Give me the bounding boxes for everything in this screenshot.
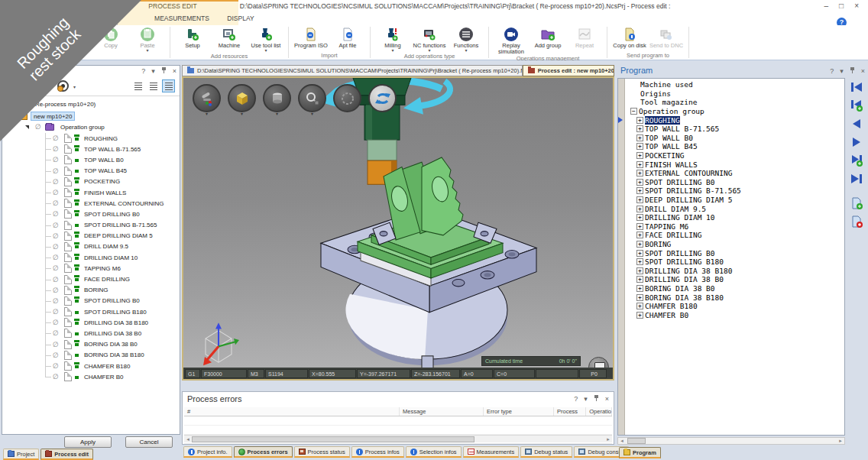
functions-button[interactable]: Functions ▾: [449, 25, 484, 53]
expander-icon[interactable]: [25, 125, 29, 129]
add-group-button[interactable]: Add group: [530, 25, 565, 49]
apt-file-button[interactable]: Apt file: [330, 25, 365, 49]
copy-on-disk-button[interactable]: Copy on disk: [612, 25, 647, 49]
project-path-tab[interactable]: D:\Data\SPRING TECHNOLOGIES\NCSIMUL SOLU…: [182, 65, 523, 76]
visibility-eye-icon[interactable]: ∅: [51, 222, 60, 229]
tree-item[interactable]: ∅ BORING: [44, 285, 178, 296]
target-dropdown-icon[interactable]: ▾: [73, 84, 76, 89]
visibility-eye-icon[interactable]: ∅: [51, 362, 60, 370]
paste-button[interactable]: Paste ▾: [130, 25, 165, 53]
tab-measurements[interactable]: MEASUREMENTS: [147, 13, 217, 25]
list-view-button-2[interactable]: [147, 79, 160, 92]
tree-root-item[interactable]: ( Re-process mp10+20): [5, 99, 178, 110]
part-display-button[interactable]: ▾: [263, 84, 291, 112]
scroll-left-icon[interactable]: ◂: [184, 436, 192, 442]
panel-pin-icon[interactable]: [850, 67, 855, 75]
play-forward-button[interactable]: [849, 134, 864, 150]
expand-box-icon[interactable]: +: [636, 223, 643, 230]
expand-box-icon[interactable]: +: [636, 206, 643, 212]
program-item[interactable]: Origins: [626, 89, 844, 99]
visibility-eye-icon[interactable]: ∅: [34, 121, 43, 133]
tree-item[interactable]: ∅ EXTERNAL CONTOURNING: [44, 198, 178, 209]
process-edit-tab[interactable]: Process edit : new mp10+20: [523, 65, 614, 76]
program-horizontal-scrollbar[interactable]: ◂ ▸: [617, 437, 845, 445]
program-item[interactable]: + SPOT DRILLING B-71.565: [626, 186, 844, 196]
panel-close-icon[interactable]: ×: [861, 67, 865, 75]
cancel-button[interactable]: Cancel: [125, 436, 173, 448]
replay-simulation-button[interactable]: Replay simulation: [494, 25, 529, 55]
bottom-tab[interactable]: Process infos: [351, 446, 404, 458]
program-panel-tab[interactable]: Program: [619, 447, 661, 458]
expand-box-icon[interactable]: +: [636, 179, 643, 186]
copy-button[interactable]: Copy: [93, 25, 128, 49]
tree-item[interactable]: ∅ TAPPING M6: [44, 263, 178, 274]
column-header[interactable]: Operatio: [586, 407, 612, 416]
program-item[interactable]: + BORING DIA 38 B180: [626, 293, 844, 302]
tree-item[interactable]: ∅ SPOT DRILLING B-71.565: [44, 220, 178, 231]
tree-item[interactable]: ∅ DRILLING DIA 38 B180: [44, 317, 178, 328]
expand-box-icon[interactable]: +: [636, 303, 643, 309]
close-button[interactable]: ×: [854, 2, 859, 10]
program-item[interactable]: + TOP WALL B0: [626, 134, 844, 143]
stock-display-button[interactable]: ▾: [228, 84, 256, 112]
record-icon[interactable]: [39, 80, 50, 92]
expand-box-icon[interactable]: +: [636, 267, 643, 274]
scroll-right-icon[interactable]: ▸: [837, 438, 844, 444]
expand-box-icon[interactable]: +: [636, 258, 643, 265]
step-backward-button[interactable]: [849, 116, 864, 131]
expand-box-icon[interactable]: +: [636, 214, 643, 221]
tree-item[interactable]: ∅ FACE DRILLING: [44, 274, 178, 284]
scroll-left-icon[interactable]: ◂: [618, 438, 626, 444]
expand-box-icon[interactable]: +: [636, 125, 643, 132]
panel-pin-icon[interactable]: [594, 395, 599, 403]
visibility-eye-icon[interactable]: ∅: [51, 254, 60, 261]
visibility-eye-icon[interactable]: ∅: [51, 297, 60, 305]
tree-item[interactable]: ∅ DEEP DRILLING DIAM 5: [44, 231, 178, 241]
visibility-eye-icon[interactable]: ∅: [51, 167, 60, 175]
minimize-button[interactable]: –: [824, 2, 829, 10]
program-item[interactable]: + BORING: [626, 240, 844, 249]
visibility-eye-icon[interactable]: ∅: [51, 210, 60, 218]
tree-item[interactable]: ∅ POCKETING: [44, 177, 178, 187]
program-item[interactable]: + SPOT DRILLING B0: [626, 178, 844, 187]
program-item[interactable]: + DEEP DRILLING DIAM 5: [626, 196, 844, 205]
scroll-right-icon[interactable]: ▸: [604, 436, 612, 442]
visibility-eye-icon[interactable]: ∅: [51, 156, 60, 164]
column-header[interactable]: Error type: [484, 407, 554, 416]
program-item[interactable]: + SPOT DRILLING B0: [626, 248, 844, 258]
panel-pin-icon[interactable]: [161, 67, 167, 75]
expand-box-icon[interactable]: +: [636, 143, 643, 150]
panel-menu-icon[interactable]: ▾: [151, 67, 155, 75]
tree-item[interactable]: ∅ FINISH WALLS: [44, 187, 178, 198]
program-item[interactable]: + DRILLING DIA 38 B180: [626, 266, 844, 275]
program-iso-button[interactable]: Program ISO: [293, 25, 329, 49]
rewind-to-marker-button[interactable]: [849, 98, 864, 113]
machine-button[interactable]: Machine: [212, 25, 247, 49]
visibility-eye-icon[interactable]: ∅: [51, 287, 60, 294]
nc-functions-button[interactable]: NC functions ▾: [412, 25, 447, 53]
visibility-eye-icon[interactable]: ∅: [51, 134, 60, 142]
column-header[interactable]: Message: [400, 407, 484, 416]
program-item[interactable]: + BORING DIA 38 B0: [626, 284, 844, 293]
program-item[interactable]: + DRILLING DIAM 10: [626, 213, 844, 222]
visibility-eye-icon[interactable]: ∅: [51, 264, 60, 272]
tab-program[interactable]: PROGRAM: [73, 13, 118, 25]
scrollbar-thumb[interactable]: [192, 436, 474, 442]
expand-box-icon[interactable]: +: [636, 294, 643, 301]
expand-box-icon[interactable]: +: [636, 276, 643, 283]
column-header[interactable]: Process: [554, 407, 586, 416]
tree-item[interactable]: ∅ BORING DIA 38 B180: [44, 350, 178, 361]
expand-box-icon[interactable]: +: [636, 152, 643, 159]
tree-item[interactable]: ∅ ROUGHING: [44, 133, 178, 144]
skip-to-start-button[interactable]: [849, 79, 864, 95]
expand-box-icon[interactable]: +: [636, 285, 643, 292]
restore-button[interactable]: □: [839, 2, 844, 10]
bottom-tab[interactable]: Selection infos: [406, 446, 462, 458]
tree-group-item[interactable]: ∅ Operation group: [5, 121, 178, 133]
program-item[interactable]: Machine used: [626, 80, 844, 89]
apply-button[interactable]: Apply: [64, 436, 112, 448]
tree-item[interactable]: ∅ BORING DIA 38 B0: [44, 339, 178, 350]
program-item[interactable]: Tool magazine: [626, 98, 844, 107]
tree-item[interactable]: ∅ SPOT DRILLING B0: [44, 296, 178, 306]
program-item[interactable]: + TOP WALL B-71.565: [626, 125, 844, 134]
